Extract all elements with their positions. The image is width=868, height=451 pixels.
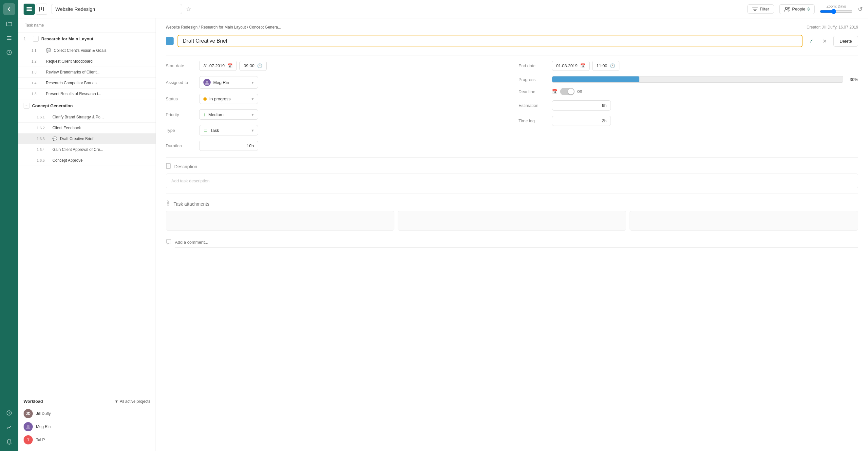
priority-select[interactable]: ↑ Medium ▾ (199, 109, 258, 120)
estimation-input[interactable]: 6h (552, 101, 611, 111)
svg-rect-10 (39, 7, 40, 11)
status-row: Status In progress ▾ (166, 94, 505, 104)
collapse-button[interactable]: − (33, 36, 39, 41)
clock-nav-icon[interactable] (3, 47, 15, 58)
attachment-2[interactable] (398, 211, 626, 231)
deadline-row: Deadline 📅 Off (519, 88, 858, 95)
back-icon[interactable] (3, 3, 15, 15)
clock-icon-end: 🕐 (610, 63, 615, 68)
attachment-3[interactable] (629, 211, 858, 231)
task-group-research[interactable]: 1 − Research for Main Layout (18, 32, 156, 45)
type-icon: ▭ (204, 128, 208, 133)
start-time-input[interactable]: 09:00 🕐 (240, 61, 267, 71)
workload-person-tal: T Tal P (24, 433, 150, 446)
task-item-1-6-4[interactable]: 1.6.4 Gain Client Approval of Cre... (18, 144, 156, 155)
duration-input[interactable]: 10h (199, 141, 258, 151)
top-bar: ☆ Filter People 3 (18, 0, 868, 18)
task-item-1-6-2[interactable]: 1.6.2 Client Feedback (18, 123, 156, 134)
description-title: Description (174, 164, 197, 169)
task-item-1-5[interactable]: 1.5 Present Results of Research t... (18, 89, 156, 100)
progress-bar[interactable] (552, 76, 843, 83)
right-panel: Website Redesign / Research for Main Lay… (156, 18, 868, 451)
tag-icon[interactable] (3, 407, 15, 419)
type-row: Type ▭ Task ▾ (166, 125, 505, 136)
add-comment-input[interactable] (175, 237, 858, 248)
svg-rect-2 (7, 39, 11, 40)
task-item-1-4[interactable]: 1.4 Research Competitor Brands (18, 78, 156, 89)
project-title-input[interactable] (51, 4, 182, 14)
svg-point-18 (27, 425, 29, 427)
divider-1 (166, 55, 858, 55)
people-button[interactable]: People 3 (779, 4, 815, 14)
workload-dropdown[interactable]: ▼ All active projects (115, 399, 150, 404)
list-icon[interactable] (3, 32, 15, 44)
content-area: Task name 1 − Research for Main Layout 1… (18, 18, 868, 451)
zoom-slider[interactable] (820, 9, 852, 14)
workload-person-meg: Meg Rin (24, 420, 150, 433)
task-color-block (166, 37, 174, 45)
board-view-button[interactable] (36, 4, 47, 15)
avatar-jill: JD (24, 409, 33, 418)
attachments-header: Task attachments (166, 200, 858, 208)
svg-rect-1 (7, 38, 11, 38)
workload-header: Workload ▼ All active projects (24, 399, 150, 404)
comment-icon (166, 239, 172, 246)
task-item-1-2[interactable]: 1.2 Request Client Moodboard (18, 56, 156, 67)
clock-icon-start: 🕐 (257, 63, 262, 68)
estimation-row: Estimation 6h (519, 101, 858, 111)
toggle-label: Off (577, 89, 582, 93)
toggle-knob (568, 89, 574, 94)
delete-button[interactable]: Delete (833, 36, 858, 47)
deadline-toggle[interactable] (560, 88, 575, 95)
confirm-button[interactable]: ✓ (806, 37, 816, 46)
people-count: 3 (807, 6, 810, 11)
task-item-1-6-5[interactable]: 1.6.5 Concept Approve (18, 155, 156, 166)
bell-icon[interactable] (3, 436, 15, 448)
assignee-avatar (204, 79, 211, 86)
view-toggle (24, 4, 47, 15)
cancel-button[interactable]: ✕ (820, 37, 829, 46)
fields-grid: Start date 31.07.2019 📅 09:00 🕐 (166, 61, 858, 151)
chevron-priority: ▾ (252, 112, 254, 117)
svg-point-17 (788, 7, 789, 8)
deadline-cal-icon: 📅 (552, 89, 557, 94)
folder-icon[interactable] (3, 18, 15, 30)
end-time-input[interactable]: 11:00 🕐 (592, 61, 619, 71)
collapse-button-concept[interactable]: − (24, 103, 29, 109)
zoom-control: Zoom: Days (820, 4, 852, 14)
filter-button[interactable]: Filter (747, 4, 774, 14)
star-button[interactable]: ☆ (186, 6, 191, 13)
attachment-1[interactable] (166, 211, 394, 231)
start-date-input[interactable]: 31.07.2019 📅 (199, 61, 237, 71)
task-item-1-6-3[interactable]: 1.6.3 💬 Draft Creative Brief (18, 134, 156, 144)
task-item-1-1[interactable]: 1.1 💬 Collect Client's Vision & Goals (18, 45, 156, 56)
right-fields: End date 01.08.2019 📅 11:00 🕐 (519, 61, 858, 151)
avatar-meg (24, 422, 33, 431)
attachments-title: Task attachments (174, 201, 209, 207)
history-button[interactable]: ↺ (858, 6, 863, 13)
priority-arrow: ↑ (204, 112, 206, 117)
workload-person-jill: JD Jill Duffy (24, 407, 150, 420)
status-select[interactable]: In progress ▾ (199, 94, 258, 104)
timelog-row: Time log 2h (519, 116, 858, 126)
task-item-1-6-1[interactable]: 1.6.1 Clarify Brand Strategy & Po... (18, 112, 156, 123)
chevron-type: ▾ (252, 128, 254, 133)
task-title-input[interactable] (178, 35, 803, 47)
comment-icon-1-1: 💬 (46, 48, 51, 53)
description-section: Description Add task description (166, 163, 858, 188)
progress-row: Progress 30% (519, 76, 858, 83)
type-select[interactable]: ▭ Task ▾ (199, 125, 258, 136)
top-bar-right: Filter People 3 Zoom: Days ↺ (747, 4, 863, 14)
assigned-select[interactable]: Meg Rin ▾ (199, 76, 258, 89)
list-view-button[interactable] (24, 4, 35, 15)
task-list: 1 − Research for Main Layout 1.1 💬 Colle… (18, 32, 156, 394)
svg-rect-12 (43, 7, 44, 11)
task-item-1-3[interactable]: 1.3 Review Brandmarks of Client'... (18, 67, 156, 78)
chart-icon[interactable] (3, 421, 15, 433)
add-description-area[interactable]: Add task description (166, 173, 858, 188)
end-date-input[interactable]: 01.08.2019 📅 (552, 61, 590, 71)
priority-row: Priority ↑ Medium ▾ (166, 109, 505, 120)
timelog-input[interactable]: 2h (552, 116, 611, 126)
task-group-concept[interactable]: − Concept Generation (18, 100, 156, 112)
start-date-row: Start date 31.07.2019 📅 09:00 🕐 (166, 61, 505, 71)
